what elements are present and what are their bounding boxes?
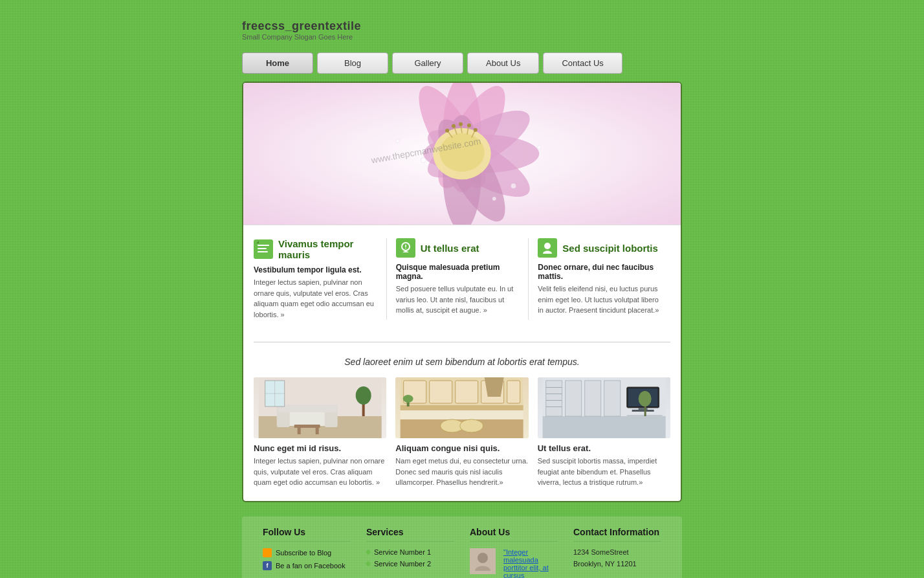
footer-services-title: Services	[366, 527, 454, 542]
gallery-thumb-3[interactable]	[538, 377, 670, 438]
svg-point-17	[467, 124, 471, 128]
svg-point-24	[537, 146, 541, 150]
tagline-text: Sed laoreet enim ut sem bibendum at lobo…	[243, 351, 681, 377]
svg-rect-59	[401, 405, 523, 410]
svg-point-21	[421, 157, 426, 162]
feature-1-title: Vivamus tempor mauris	[254, 238, 377, 260]
svg-point-22	[396, 139, 400, 143]
feature-3-lead: Donec ornare, dui nec faucibus mattis.	[538, 263, 661, 281]
svg-marker-62	[485, 377, 504, 397]
svg-rect-58	[507, 381, 520, 403]
footer-service-1: Service Number 1	[366, 548, 454, 556]
svg-rect-70	[545, 400, 562, 401]
svg-rect-29	[258, 248, 267, 249]
svg-point-16	[459, 122, 463, 126]
feature-col-2: Ut tellus erat Quisque malesuada pretium…	[387, 238, 529, 320]
svg-point-64	[403, 395, 413, 403]
main-nav: Home Blog Gallery About Us Contact Us	[242, 52, 682, 74]
svg-point-61	[460, 419, 483, 432]
footer-contact: Contact Information 1234 SomeStreet Broo…	[566, 527, 669, 579]
hero-flower-svg: www.thepcmanwebsite.com	[243, 83, 681, 225]
feature-3-title: Sed suscipit lobortis	[538, 238, 661, 258]
footer-contact-title: Contact Information	[573, 527, 661, 542]
svg-point-23	[511, 183, 516, 188]
svg-rect-56	[456, 381, 478, 403]
gallery-item-3-text: Sed suscipit lobortis massa, imperdiet f…	[538, 456, 670, 488]
footer-address-line1: 1234 SomeStreet	[573, 548, 629, 556]
nav-gallery[interactable]: Gallery	[392, 52, 463, 74]
gallery-thumb-2[interactable]	[395, 377, 528, 438]
nav-blog[interactable]: Blog	[317, 52, 388, 74]
footer-follow-us: Follow Us Subscribe to Blog f Be a fan o…	[255, 527, 358, 579]
site-title: freecss_greentextile	[242, 19, 682, 33]
footer-about: About Us "Integer malesuada porttitor el…	[462, 527, 566, 579]
footer: Follow Us Subscribe to Blog f Be a fan o…	[242, 510, 682, 579]
footer-address-2: Brooklyn, NY 11201	[573, 560, 661, 568]
svg-point-18	[452, 124, 456, 128]
footer-address-line2: Brooklyn, NY 11201	[573, 560, 637, 568]
svg-rect-45	[316, 428, 319, 434]
bullet-icon-1	[366, 549, 371, 554]
feature-3-text: Velit felis eleifend nisi, eu luctus pur…	[538, 283, 661, 316]
gallery-section: Nunc eget mi id risus. Integer lectus sa…	[243, 377, 681, 501]
feature-2-icon	[396, 238, 415, 258]
footer-services: Services Service Number 1 Service Number…	[358, 527, 462, 579]
svg-point-81	[638, 391, 651, 406]
section-divider	[254, 342, 670, 342]
footer-service-1-label[interactable]: Service Number 1	[374, 548, 431, 556]
feature-col-3: Sed suscipit lobortis Donec ornare, dui …	[529, 238, 670, 320]
feature-1-text: Integer lectus sapien, pulvinar non orna…	[254, 277, 377, 320]
footer-about-image	[470, 548, 496, 574]
main-content-box: www.thepcmanwebsite.com Vivamus tempor m…	[242, 82, 682, 502]
hero-image: www.thepcmanwebsite.com	[243, 83, 681, 225]
feature-1-icon	[254, 239, 273, 259]
site-slogan: Small Company Slogan Goes Here	[242, 33, 682, 41]
svg-point-20	[445, 129, 449, 133]
footer-facebook-item: f Be a fan on Facebook	[263, 561, 351, 570]
feature-3-icon	[538, 238, 557, 258]
nav-home[interactable]: Home	[242, 52, 313, 74]
facebook-icon: f	[263, 561, 272, 570]
svg-rect-74	[604, 381, 620, 416]
svg-rect-72	[565, 381, 581, 416]
gallery-item-2: Aliquam congue nisi quis. Nam eget metus…	[395, 377, 528, 488]
footer-service-2-label[interactable]: Service Number 2	[374, 560, 431, 568]
svg-point-25	[492, 197, 496, 201]
footer-columns: Follow Us Subscribe to Blog f Be a fan o…	[242, 517, 682, 579]
svg-point-19	[474, 128, 478, 132]
gallery-item-3-title: Ut tellus erat.	[538, 443, 670, 453]
footer-address-1: 1234 SomeStreet	[573, 548, 661, 556]
svg-rect-71	[545, 406, 562, 407]
footer-about-link[interactable]: "Integer malesuada porttitor elit, at cu…	[503, 548, 558, 579]
svg-point-47	[356, 386, 371, 405]
gallery-item-1: Nunc eget mi id risus. Integer lectus sa…	[254, 377, 386, 488]
gallery-item-2-title: Aliquam congue nisi quis.	[395, 443, 528, 453]
svg-rect-28	[258, 245, 269, 246]
svg-rect-67	[545, 381, 562, 416]
svg-point-36	[544, 243, 551, 249]
svg-rect-43	[294, 425, 320, 428]
gallery-item-2-text: Nam eget metus dui, eu consectetur urna.…	[395, 456, 528, 488]
gallery-item-1-title: Nunc eget mi id risus.	[254, 443, 386, 453]
site-header: freecss_greentextile Small Company Sloga…	[242, 13, 682, 46]
nav-about[interactable]: About Us	[467, 52, 539, 74]
feature-1-lead: Vestibulum tempor ligula est.	[254, 265, 377, 274]
footer-service-2: Service Number 2	[366, 560, 454, 568]
footer-subscribe-item: Subscribe to Blog	[263, 548, 351, 557]
svg-rect-66	[542, 416, 665, 438]
svg-rect-68	[545, 387, 562, 388]
gallery-item-3: Ut tellus erat. Sed suscipit lobortis ma…	[538, 377, 670, 488]
rss-icon	[263, 548, 272, 557]
footer-about-content: "Integer malesuada porttitor elit, at cu…	[470, 548, 558, 579]
footer-subscribe-label[interactable]: Subscribe to Blog	[276, 549, 331, 557]
svg-rect-78	[632, 410, 654, 412]
footer-facebook-label[interactable]: Be a fan on Facebook	[276, 562, 346, 570]
nav-contact[interactable]: Contact Us	[543, 52, 622, 74]
svg-rect-42	[278, 405, 338, 412]
feature-2-title: Ut tellus erat	[396, 238, 520, 258]
gallery-thumb-1[interactable]	[254, 377, 386, 438]
svg-rect-69	[545, 394, 562, 394]
footer-about-title: About Us	[470, 527, 558, 542]
svg-rect-30	[258, 251, 268, 252]
svg-point-83	[478, 553, 488, 563]
